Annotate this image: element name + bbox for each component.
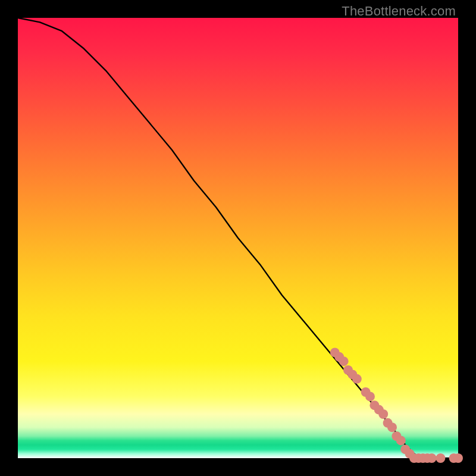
highlight-point (365, 392, 375, 401)
highlight-point (396, 436, 406, 445)
highlight-points (330, 347, 463, 463)
plot-area (18, 18, 458, 458)
bottleneck-curve (18, 18, 458, 458)
highlight-point (339, 356, 349, 366)
chart-svg (18, 18, 458, 458)
highlight-point (453, 453, 463, 463)
highlight-point (427, 453, 437, 463)
highlight-point (352, 374, 362, 384)
watermark-text: TheBottleneck.com (342, 4, 456, 19)
chart-frame: TheBottleneck.com (0, 0, 476, 476)
highlight-point (436, 453, 445, 463)
highlight-point (378, 409, 388, 419)
highlight-point (387, 422, 397, 432)
